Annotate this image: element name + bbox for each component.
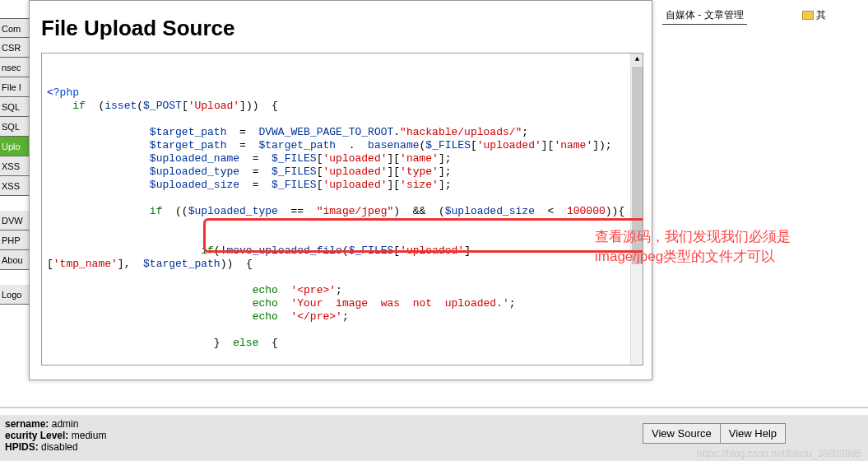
sidebar-item[interactable]: SQL [0, 97, 31, 117]
username-value: admin [49, 418, 78, 430]
sidebar-item[interactable]: XSS [0, 176, 31, 196]
sidebar-item[interactable]: DVW [0, 211, 31, 230]
sidebar-nav: ComCSRnsecFile ISQLSQLUploXSSXSSDVWPHPAb… [0, 0, 31, 356]
popup-title: File Upload Source [41, 16, 643, 41]
page-footer: sername: admin ecurity Level: medium HPI… [0, 415, 868, 461]
sidebar-item[interactable]: Abou [0, 250, 31, 270]
sidebar-item[interactable]: File I [0, 77, 31, 97]
phpids-value: disabled [39, 441, 78, 453]
browser-tab[interactable]: 自媒体 - 文章管理 [662, 7, 747, 25]
scroll-up-icon[interactable]: ▲ [631, 54, 643, 66]
sidebar-item[interactable]: CSR [0, 38, 31, 58]
sidebar-item[interactable]: Uplo [0, 137, 31, 156]
phpids-label: HPIDS: [5, 441, 39, 453]
watermark-text: https://blog.csdn.net/baidu_38803985 [697, 448, 861, 459]
view-source-button[interactable]: View Source [643, 423, 721, 444]
source-code: <?php if (isset($_POST['Upload'])) { $ta… [47, 86, 638, 366]
source-code-box: <?php if (isset($_POST['Upload'])) { $ta… [41, 53, 643, 366]
sidebar-item[interactable]: Com [0, 18, 31, 38]
security-level-label: ecurity Level: [5, 430, 68, 441]
sidebar-item[interactable]: Logo [0, 285, 31, 305]
separator [0, 407, 868, 408]
username-label: sername: [5, 418, 49, 430]
sidebar-item[interactable]: PHP [0, 230, 31, 250]
scrollbar-vertical[interactable]: ▲ [630, 54, 643, 365]
bookmark-item[interactable]: 其 [799, 7, 829, 24]
source-popup: File Upload Source <?php if (isset($_POS… [29, 0, 652, 380]
sidebar-item[interactable]: XSS [0, 156, 31, 176]
sidebar-item[interactable]: nsec [0, 58, 31, 77]
view-help-button[interactable]: View Help [720, 423, 786, 444]
annotation-text: 查看源码，我们发现我们必须是 image/jpeg类型的文件才可以 [595, 227, 858, 267]
browser-tab-strip: 自媒体 - 文章管理 其 [662, 7, 868, 25]
folder-icon [802, 11, 814, 20]
security-level-value: medium [68, 430, 106, 441]
sidebar-item[interactable]: SQL [0, 117, 31, 137]
